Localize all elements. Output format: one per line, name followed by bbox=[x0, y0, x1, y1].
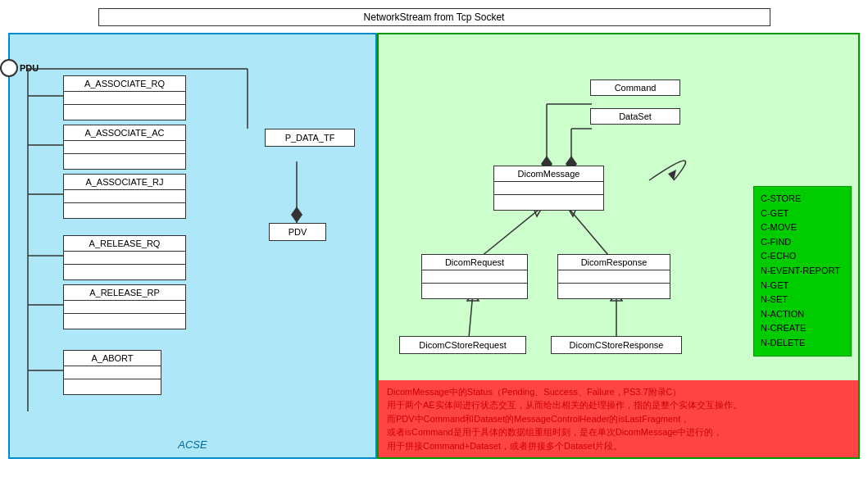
cstore-list-box: C-STORE C-GET C-MOVE C-FIND C-ECHO N-EVE… bbox=[753, 186, 852, 356]
svg-marker-17 bbox=[668, 170, 676, 180]
a-associate-rq-box: A_ASSOCIATE_RQ bbox=[63, 75, 186, 120]
pdata-tf-box: P_DATA_TF bbox=[265, 129, 355, 147]
command-label: Command bbox=[615, 83, 657, 93]
right-panel: Command DataSet DicomMessage DicomReques… bbox=[377, 33, 860, 459]
svg-line-20 bbox=[567, 207, 612, 260]
pdv-box: PDV bbox=[269, 223, 326, 241]
dataset-box: DataSet bbox=[590, 108, 680, 125]
main-container: NetworkStream from Tcp Socket PDU bbox=[0, 0, 868, 495]
a-release-rp-label: A_RELEASE_RP bbox=[64, 285, 185, 301]
dicom-response-box: DicomResponse bbox=[557, 254, 670, 299]
svg-line-22 bbox=[469, 293, 473, 338]
cstore-item-10: N-DELETE bbox=[761, 336, 844, 351]
cstore-item-5: N-EVENT-REPORT bbox=[761, 264, 844, 279]
cstore-item-2: C-MOVE bbox=[761, 220, 844, 235]
network-stream-title: NetworkStream from Tcp Socket bbox=[98, 8, 770, 26]
cstore-item-1: C-GET bbox=[761, 207, 844, 221]
a-associate-rj-box: A_ASSOCIATE_RJ bbox=[63, 174, 186, 219]
command-box: Command bbox=[590, 79, 680, 96]
pdata-tf-label: P_DATA_TF bbox=[285, 133, 335, 143]
title-text: NetworkStream from Tcp Socket bbox=[364, 11, 505, 23]
cstore-item-7: N-SET bbox=[761, 293, 844, 307]
diagram-area: PDU bbox=[8, 33, 860, 475]
a-release-rq-label: A_RELEASE_RQ bbox=[64, 236, 185, 252]
pdv-label: PDV bbox=[289, 227, 307, 237]
dicom-response-label: DicomResponse bbox=[558, 255, 670, 270]
cstore-item-6: N-GET bbox=[761, 279, 844, 293]
a-associate-ac-label: A_ASSOCIATE_AC bbox=[64, 125, 185, 141]
svg-line-18 bbox=[477, 207, 543, 260]
dicom-request-box: DicomRequest bbox=[421, 254, 528, 299]
a-associate-rj-label: A_ASSOCIATE_RJ bbox=[64, 175, 185, 190]
a-associate-ac-box: A_ASSOCIATE_AC bbox=[63, 125, 186, 170]
status-box: DicomMessage中的Status（Pending、Success、Fai… bbox=[379, 380, 858, 458]
cstore-item-0: C-STORE bbox=[761, 192, 844, 207]
pdu-label: PDU bbox=[20, 63, 39, 73]
dataset-label: DataSet bbox=[619, 111, 652, 121]
dicom-message-box: DicomMessage bbox=[493, 166, 604, 211]
dicom-request-label: DicomRequest bbox=[422, 255, 527, 270]
status-text: DicomMessage中的Status（Pending、Success、Fai… bbox=[387, 387, 742, 451]
a-release-rp-box: A_RELEASE_RP bbox=[63, 284, 186, 329]
cstore-item-8: N-ACTION bbox=[761, 307, 844, 322]
dicom-message-label: DicomMessage bbox=[494, 166, 603, 182]
pdu-circle bbox=[0, 59, 18, 77]
cstore-item-3: C-FIND bbox=[761, 235, 844, 250]
svg-marker-10 bbox=[291, 207, 302, 223]
a-associate-rq-label: A_ASSOCIATE_RQ bbox=[64, 76, 185, 92]
a-abort-label: A_ABORT bbox=[64, 351, 161, 366]
dicom-cstore-req-box: DicomCStoreRequest bbox=[399, 336, 526, 354]
dicom-cstore-res-label: DicomCStoreResponse bbox=[570, 340, 664, 350]
cstore-item-4: C-ECHO bbox=[761, 249, 844, 264]
acse-label: ACSE bbox=[178, 438, 207, 451]
cstore-item-9: N-CREATE bbox=[761, 321, 844, 336]
dicom-cstore-req-label: DicomCStoreRequest bbox=[419, 340, 506, 350]
dicom-cstore-res-box: DicomCStoreResponse bbox=[551, 336, 682, 354]
left-panel: PDU bbox=[8, 33, 377, 459]
a-abort-box: A_ABORT bbox=[63, 350, 161, 395]
a-release-rq-box: A_RELEASE_RQ bbox=[63, 235, 186, 280]
